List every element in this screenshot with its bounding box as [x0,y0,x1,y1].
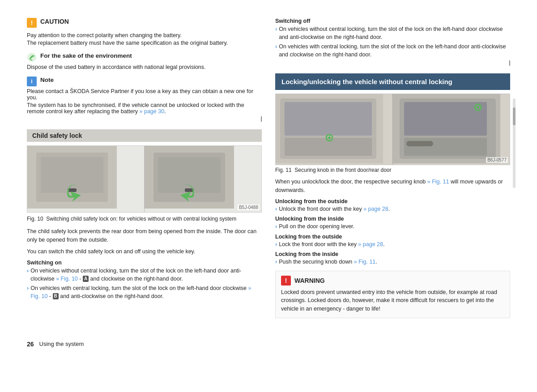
svg-rect-11 [285,102,372,136]
fig-caption-text: Switching child safety lock on: for vehi… [46,216,236,222]
svg-rect-3 [41,157,103,193]
switching-off-item-1: › On vehicles without central locking, t… [275,26,510,41]
door-image-right [393,94,510,165]
figure-caption: Fig. 10 Switching child safety lock on: … [27,215,262,223]
switching-on-item-1: › On vehicles without central locking, t… [27,267,262,283]
door-body1: When you unlock/lock the door, the respe… [275,178,510,195]
switching-off-header: Switching off [275,18,510,24]
fig11-ref-2[interactable]: » Fig. 11 [354,259,376,265]
child-safety-section-header: Child safety lock [27,129,262,142]
unlocking-inside-header: Unlocking from the inside [275,216,510,222]
page28-ref-2[interactable]: » page 28 [358,241,383,247]
note-item-1: Please contact a ŠKODA Service Partner i… [27,88,262,101]
svg-rect-18 [404,138,487,156]
note-icon: i [27,77,37,86]
door-image: B6J-0577 [275,94,510,165]
warning-icon: ! [281,276,291,285]
note-item-2: The system has to be synchronised, if th… [27,102,262,115]
unlocking-outside-header: Unlocking from the outside [275,198,510,205]
locking-outside-header: Locking from the outside [275,234,510,240]
door-fig-number: Fig. 11 [275,167,292,173]
footer: 26 Using the system [0,341,537,357]
locking-outside-item: › Lock the front door with the key » pag… [275,241,510,249]
note-page-ref[interactable]: » page 30 [140,108,165,115]
figure-half-b: B [145,146,261,212]
door-fig-code: B6J-0577 [486,157,508,163]
unlocking-inside-item: › Pull on the door opening lever. [275,223,510,231]
door-fig-caption: Fig. 11 Securing knob in the front door/… [275,167,510,173]
fig10-ref-a[interactable]: » Fig. 10 [56,276,78,282]
environment-icon [27,52,37,62]
switching-on-item-2: › On vehicles with central locking, turn… [27,285,262,300]
bullet-arrow-6: › [275,223,277,231]
caution-content: Pay attention to the correct polarity wh… [27,32,262,46]
bullet-arrow-2: › [27,285,29,300]
locking-inside-item: › Push the securing knob down » Fig. 11. [275,258,510,266]
note-title: Note [40,77,54,83]
door-fig-caption-text: Securing knob in the front door/rear doo… [294,167,391,173]
figure-half-a: A [27,146,145,212]
caution-icon: ! [27,18,37,28]
fig10-ref-b[interactable]: » Fig. 10 [30,285,251,299]
page28-ref-1[interactable]: » page 28 [363,206,388,212]
bullet-arrow-3: › [275,26,277,41]
figure-code: B5J-0488 [238,205,260,210]
bullet-arrow-8: › [275,258,277,266]
svg-rect-7 [158,157,221,193]
child-safety-body2: You can switch the child safety lock on … [27,247,262,256]
right-section-header: Locking/unlocking the vehicle without ce… [275,73,510,90]
switching-on-header: Switching on [27,260,262,266]
warning-box: ! WARNING Locked doors prevent unwanted … [275,271,510,318]
warning-title: WARNING [294,277,325,284]
note-content: Please contact a ŠKODA Service Partner i… [27,88,262,115]
unlocking-outside-item: › Unlock the front door with the key » p… [275,205,510,213]
footer-text: Using the system [39,341,84,347]
bullet-arrow-4: › [275,43,277,59]
environment-content: Dispose of the used battery in accordanc… [27,64,262,70]
switching-off-text-2: On vehicles with central locking, turn t… [279,43,510,59]
svg-rect-21 [406,141,433,146]
caution-item-1: Pay attention to the correct polarity wh… [27,32,262,38]
fig11-ref-body[interactable]: » Fig. 11 [427,179,449,185]
locking-inside-header: Locking from the inside [275,251,510,257]
bullet-arrow-5: › [275,205,277,213]
environment-title: For the sake of the environment [40,52,132,59]
svg-point-14 [328,136,331,139]
child-safety-body1: The child safety lock prevents the rear … [27,227,262,244]
caution-item-2: The replacement battery must have the sa… [27,40,262,46]
caution-title: CAUTION [40,18,69,25]
page-number: 26 [27,341,34,348]
switching-off-item-2: › On vehicles with central locking, turn… [275,43,510,59]
bullet-arrow-7: › [275,241,277,249]
unlocking-inside-text: Pull on the door opening lever. [279,223,354,231]
svg-point-20 [477,106,479,109]
switching-off-text-1: On vehicles without central locking, tur… [279,26,510,41]
warning-content: Locked doors prevent unwanted entry into… [281,288,504,313]
child-safety-figure: A B [27,145,262,213]
fig-number: Fig. 10 [27,216,43,222]
bullet-arrow-1: › [27,267,29,283]
door-image-left [276,94,393,165]
